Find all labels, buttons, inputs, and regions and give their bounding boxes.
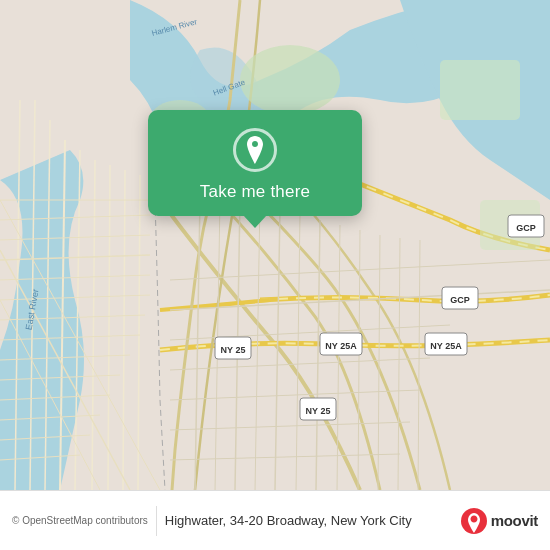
copyright-text: © OpenStreetMap contributors: [12, 515, 148, 526]
location-pin-icon: [243, 136, 267, 164]
map-container: NY 25 NY 25A NY 25 NY 25A GCP GCP East R…: [0, 0, 550, 490]
take-me-there-button[interactable]: Take me there: [200, 182, 310, 202]
svg-text:NY 25A: NY 25A: [430, 341, 462, 351]
svg-text:NY 25: NY 25: [221, 345, 246, 355]
address-text: Highwater, 34-20 Broadway, New York City: [165, 513, 453, 528]
moovit-logo: moovit: [461, 508, 538, 534]
svg-point-46: [240, 45, 340, 115]
map-background: NY 25 NY 25A NY 25 NY 25A GCP GCP East R…: [0, 0, 550, 490]
svg-text:NY 25A: NY 25A: [325, 341, 357, 351]
moovit-name: moovit: [491, 512, 538, 529]
bottom-bar: © OpenStreetMap contributors Highwater, …: [0, 490, 550, 550]
svg-rect-48: [440, 60, 520, 120]
svg-text:GCP: GCP: [516, 223, 536, 233]
svg-text:NY 25: NY 25: [306, 406, 331, 416]
popup-card[interactable]: Take me there: [148, 110, 362, 216]
moovit-icon: [461, 508, 487, 534]
location-icon-circle: [233, 128, 277, 172]
svg-text:GCP: GCP: [450, 295, 470, 305]
divider: [156, 506, 157, 536]
